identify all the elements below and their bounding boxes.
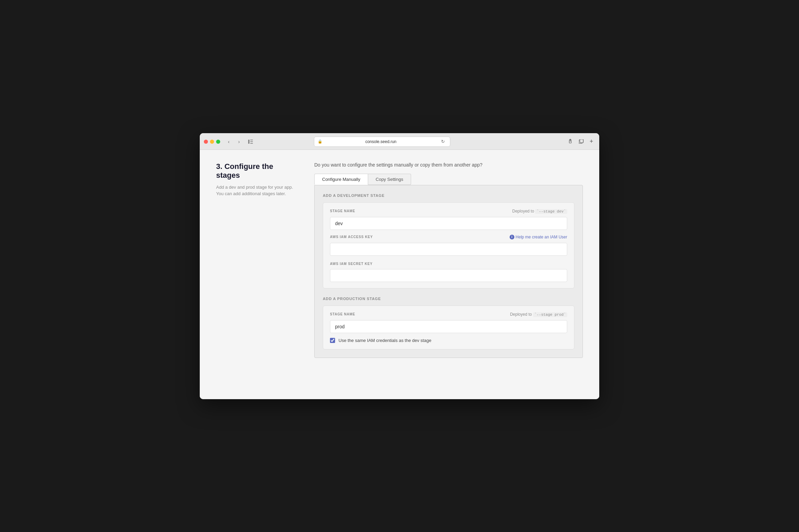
prod-section-label: ADD A PRODUCTION STAGE — [323, 297, 574, 301]
help-link-text: Help me create an IAM User — [516, 235, 567, 239]
iam-secret-key-label: AWS IAM SECRET KEY — [330, 262, 373, 266]
tab-container: Configure Manually Copy Settings — [314, 174, 583, 185]
dev-stage-command: `--stage dev` — [535, 209, 567, 214]
svg-rect-1 — [250, 140, 253, 140]
iam-secret-key-row: AWS IAM SECRET KEY — [330, 262, 567, 266]
url-text: console.seed.run — [325, 139, 437, 144]
dev-section-label: ADD A DEVELOPMENT STAGE — [323, 193, 574, 198]
svg-rect-7 — [580, 139, 583, 143]
dev-deployed-to: Deployed to `--stage dev` — [512, 209, 567, 214]
back-button[interactable]: ‹ — [224, 138, 233, 145]
step-description: Add a dev and prod stage for your app. Y… — [216, 184, 297, 197]
dev-stage-header: STAGE NAME Deployed to `--stage dev` — [330, 209, 567, 214]
same-credentials-row: Use the same IAM credentials as the dev … — [330, 338, 567, 343]
minimize-button[interactable] — [210, 140, 214, 144]
fullscreen-button[interactable] — [216, 140, 220, 144]
new-tab-button[interactable]: + — [588, 138, 595, 145]
svg-rect-3 — [250, 143, 253, 144]
same-credentials-label: Use the same IAM credentials as the dev … — [338, 338, 431, 343]
prod-deployed-to: Deployed to `--stage prod` — [510, 312, 567, 317]
dev-stage-card: STAGE NAME Deployed to `--stage dev` AWS… — [323, 202, 574, 288]
browser-window: ‹ › 🔒 console.seed.run ↻ — [200, 133, 599, 399]
content-panel: ADD A DEVELOPMENT STAGE STAGE NAME Deplo… — [314, 185, 583, 358]
info-icon: i — [510, 235, 514, 239]
same-credentials-checkbox[interactable] — [330, 338, 335, 343]
share-icon[interactable] — [566, 138, 575, 145]
browser-chrome: ‹ › 🔒 console.seed.run ↻ — [200, 133, 599, 150]
iam-access-key-label: AWS IAM ACCESS KEY — [330, 235, 373, 239]
traffic-lights — [204, 140, 220, 144]
production-section: ADD A PRODUCTION STAGE STAGE NAME Deploy… — [323, 297, 574, 349]
forward-button[interactable]: › — [235, 138, 243, 145]
dev-stage-name-label: STAGE NAME — [330, 209, 355, 213]
duplicate-icon[interactable] — [577, 138, 586, 145]
prod-stage-name-input[interactable] — [330, 320, 567, 333]
iam-secret-key-input[interactable] — [330, 269, 567, 282]
step-title: 3. Configure the stages — [216, 162, 297, 180]
close-button[interactable] — [204, 140, 208, 144]
browser-actions: + — [566, 138, 595, 145]
prod-stage-card: STAGE NAME Deployed to `--stage prod` Us… — [323, 306, 574, 349]
sidebar-toggle-icon[interactable] — [246, 138, 255, 145]
svg-rect-0 — [248, 140, 250, 144]
main-area: Do you want to configure the settings ma… — [309, 150, 599, 399]
tab-copy-settings[interactable]: Copy Settings — [368, 174, 411, 185]
iam-access-key-input[interactable] — [330, 243, 567, 256]
svg-rect-2 — [250, 141, 253, 142]
iam-access-key-row: AWS IAM ACCESS KEY i Help me create an I… — [330, 235, 567, 239]
nav-buttons: ‹ › — [224, 138, 243, 145]
prod-stage-name-label: STAGE NAME — [330, 312, 355, 316]
address-bar[interactable]: 🔒 console.seed.run ↻ — [314, 137, 450, 147]
prod-stage-header: STAGE NAME Deployed to `--stage prod` — [330, 312, 567, 317]
reload-button[interactable]: ↻ — [439, 138, 447, 145]
dev-stage-name-input[interactable] — [330, 217, 567, 230]
help-create-iam-link[interactable]: i Help me create an IAM User — [510, 235, 567, 239]
prod-stage-command: `--stage prod` — [533, 312, 567, 317]
lock-icon: 🔒 — [318, 139, 322, 144]
tab-configure-manually[interactable]: Configure Manually — [314, 174, 368, 185]
main-question: Do you want to configure the settings ma… — [314, 162, 583, 168]
page-content: 3. Configure the stages Add a dev and pr… — [200, 150, 599, 399]
left-panel: 3. Configure the stages Add a dev and pr… — [200, 150, 309, 399]
